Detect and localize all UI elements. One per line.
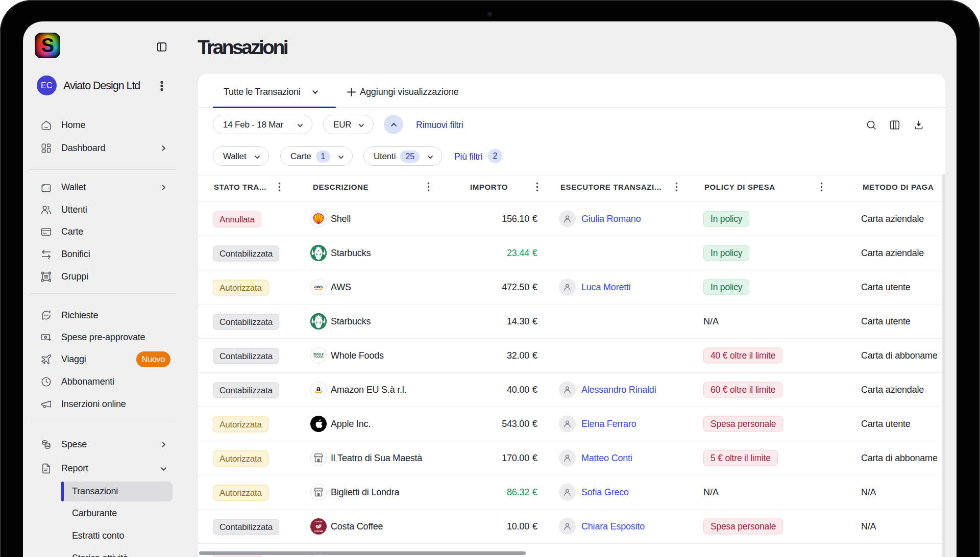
- svg-text:FOODS: FOODS: [313, 355, 324, 358]
- svg-text:aws: aws: [314, 284, 323, 289]
- svg-text:COSTA: COSTA: [314, 520, 323, 523]
- svg-text:COFFEE: COFFEE: [314, 530, 323, 533]
- svg-text:a: a: [316, 384, 321, 393]
